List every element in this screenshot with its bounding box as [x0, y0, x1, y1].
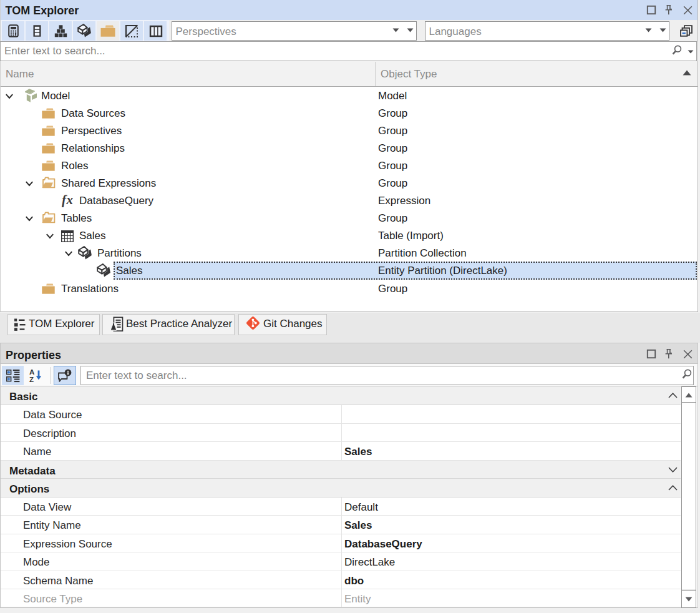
- svg-text:Z: Z: [29, 376, 34, 383]
- svg-text:A: A: [29, 368, 34, 376]
